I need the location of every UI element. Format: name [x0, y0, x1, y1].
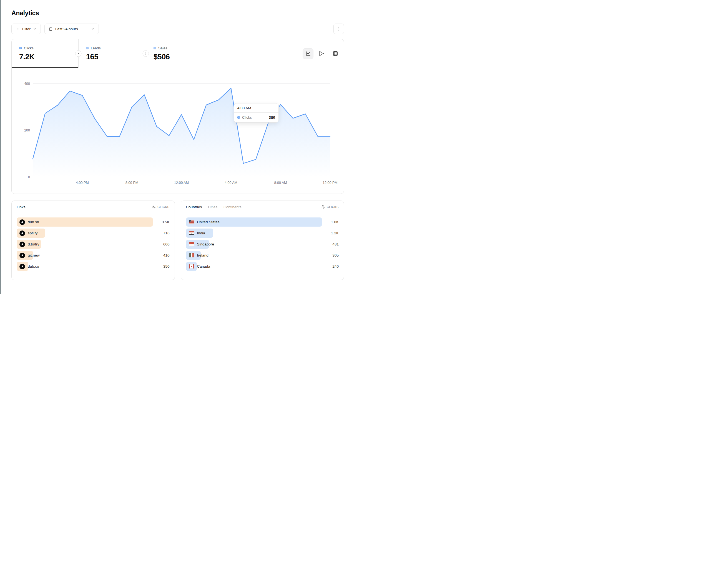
links-tab-label: Links: [17, 205, 25, 209]
links-panel: Links CLICKS dub.sh3.5Kspti.fyi716d.to/t…: [12, 201, 175, 280]
x-axis-tick: 12:00 AM: [174, 181, 189, 185]
row-value: 410: [156, 253, 170, 257]
x-axis-tick: 8:00 PM: [126, 181, 138, 185]
expand-clicks-chevron-button[interactable]: [75, 50, 82, 57]
y-axis-tick: 200: [24, 129, 30, 132]
date-range-button[interactable]: Last 24 hours: [44, 24, 99, 34]
funnel-view-button[interactable]: [316, 48, 327, 59]
tab-leads[interactable]: Leads 165: [78, 39, 146, 68]
toolbar: Filter Last 24 hours: [12, 24, 344, 34]
chevron-down-icon: [91, 27, 95, 31]
tooltip-value: 380: [269, 115, 275, 119]
more-options-button[interactable]: [333, 24, 344, 34]
us-flag-icon: [189, 220, 194, 224]
row-value: 716: [156, 231, 170, 235]
analytics-card: Clicks 7.2K Leads 165 Sales $506: [12, 39, 344, 194]
link-row[interactable]: dub.sh3.5K: [17, 218, 170, 227]
continents-tab-label: Continents: [223, 205, 241, 209]
link-row[interactable]: spti.fyi716: [17, 229, 170, 238]
x-axis-tick: 8:00 AM: [274, 181, 287, 185]
row-label: Canada: [197, 264, 210, 269]
tab-clicks[interactable]: Clicks 7.2K: [12, 39, 78, 68]
funnel-view-icon: [319, 51, 325, 56]
geo-panel: Countries Cities Continents CLICKS U: [181, 201, 344, 280]
countries-list: United States1.8KIndia1.2KSingapore481Ir…: [181, 213, 344, 277]
line-chart-view-button[interactable]: [303, 48, 314, 59]
tab-continents[interactable]: Continents: [223, 201, 241, 213]
calendar-icon: [48, 27, 53, 31]
sales-legend-chip: [153, 47, 156, 49]
chart-view-toggles: [303, 48, 344, 59]
in-flag-icon: [189, 231, 194, 235]
link-row[interactable]: git.new410: [17, 251, 170, 260]
tab-cities[interactable]: Cities: [208, 201, 217, 213]
row-label: India: [197, 231, 205, 235]
links-list: dub.sh3.5Kspti.fyi716d.to/try606git.new4…: [12, 213, 175, 277]
analytics-page: Analytics Filter Last 24 hours: [0, 0, 356, 289]
tooltip-time: 4:00 AM: [234, 104, 278, 112]
table-view-button[interactable]: [330, 48, 341, 59]
country-row[interactable]: United States1.8K: [186, 218, 339, 227]
row-value: 350: [156, 264, 170, 269]
links-panel-header: Links CLICKS: [12, 201, 175, 213]
date-range-label: Last 24 hours: [55, 27, 78, 31]
links-metric-label: CLICKS: [157, 205, 169, 208]
links-metric[interactable]: CLICKS: [152, 205, 169, 209]
chevron-right-icon: [144, 52, 147, 55]
row-value: 1.2K: [325, 231, 339, 235]
geo-panel-header: Countries Cities Continents CLICKS: [181, 201, 344, 213]
dub-logo-icon: [19, 253, 25, 258]
x-axis-tick: 4:00 PM: [76, 181, 89, 185]
geo-metric-label: CLICKS: [327, 205, 339, 208]
y-axis-tick: 0: [28, 175, 30, 179]
row-label: Ireland: [197, 253, 209, 257]
clicks-value: 7.2K: [19, 53, 78, 61]
dub-logo-icon: [19, 230, 25, 236]
dub-logo-icon: [19, 219, 25, 225]
clicks-legend-chip: [19, 47, 22, 49]
row-value: 240: [325, 264, 339, 269]
row-label: dub.co: [28, 264, 39, 269]
dub-logo-icon: [19, 242, 25, 247]
clicks-area-chart[interactable]: 02004004:00 PM8:00 PM12:00 AM4:00 AM8:00…: [12, 68, 344, 194]
country-row[interactable]: India1.2K: [186, 229, 339, 238]
filter-icon: [16, 27, 20, 31]
row-label: git.new: [28, 253, 40, 257]
expand-leads-chevron-button[interactable]: [143, 50, 149, 57]
tab-sales[interactable]: Sales $506: [146, 39, 213, 68]
link-row[interactable]: dub.co350: [17, 262, 170, 271]
row-value: 305: [325, 253, 339, 257]
geo-metric[interactable]: CLICKS: [321, 205, 339, 209]
filter-button[interactable]: Filter: [12, 24, 41, 34]
sales-value: $506: [153, 53, 213, 61]
chevron-right-icon: [77, 52, 80, 55]
cursor-click-icon: [152, 205, 156, 209]
table-grid-icon: [332, 51, 338, 56]
tab-countries[interactable]: Countries: [186, 201, 202, 213]
x-axis-tick: 12:00 PM: [323, 181, 338, 185]
ie-flag-icon: [189, 253, 194, 257]
chart-canvas: 02004004:00 PM8:00 PM12:00 AM4:00 AM8:00…: [12, 68, 344, 194]
filter-button-label: Filter: [22, 27, 30, 31]
sg-flag-icon: [189, 242, 194, 246]
window-edge-strip: [0, 0, 1, 294]
tab-links[interactable]: Links: [17, 201, 25, 213]
country-row[interactable]: Canada240: [186, 262, 339, 271]
leads-value: 165: [86, 53, 146, 61]
ca-flag-icon: [189, 264, 194, 269]
chart-tooltip: 4:00 AM Clicks 380: [234, 103, 279, 122]
row-label: dub.sh: [28, 220, 39, 224]
country-row[interactable]: Ireland305: [186, 251, 339, 260]
tooltip-legend-chip: [237, 116, 240, 119]
y-axis-tick: 400: [24, 82, 30, 86]
chevron-down-icon: [33, 27, 37, 31]
stats-tabs-row: Clicks 7.2K Leads 165 Sales $506: [12, 39, 344, 68]
sales-tab-label: Sales: [158, 46, 167, 50]
row-value: 606: [156, 242, 170, 246]
country-row[interactable]: Singapore481: [186, 240, 339, 249]
row-label: d.to/try: [28, 242, 39, 246]
clicks-tab-label: Clicks: [24, 46, 34, 50]
link-row[interactable]: d.to/try606: [17, 240, 170, 249]
kebab-menu-icon: [337, 27, 341, 31]
cursor-click-icon: [321, 205, 325, 209]
